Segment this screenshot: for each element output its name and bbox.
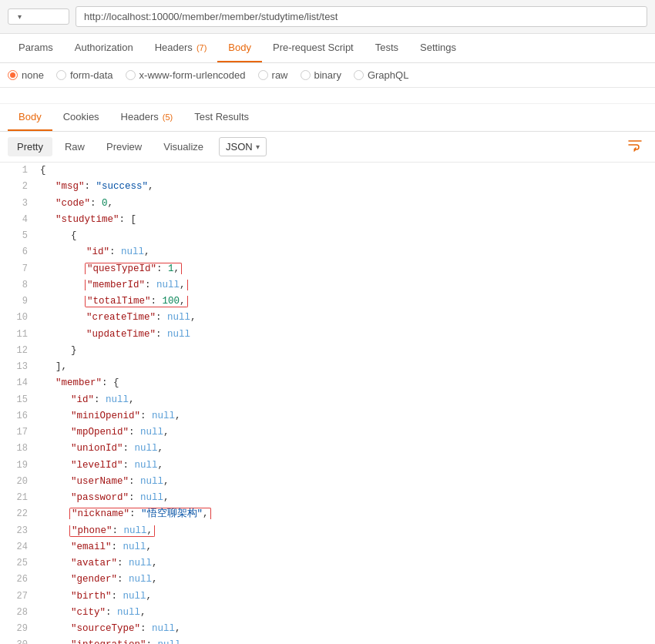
line-number: 10 xyxy=(5,310,28,325)
json-line: 20"userName": null, xyxy=(0,474,655,490)
json-line: 4"studytime": [ xyxy=(0,212,655,228)
radio-icon xyxy=(126,70,136,80)
json-line: 8"memberId": null, xyxy=(0,277,655,293)
line-number: 5 xyxy=(5,228,28,243)
line-number: 29 xyxy=(5,621,28,636)
line-number: 4 xyxy=(5,212,28,227)
body-option-none[interactable]: none xyxy=(8,69,44,81)
line-number: 21 xyxy=(5,490,28,505)
line-number: 1 xyxy=(5,163,28,178)
highlight-box: "nickname": "悟空聊架构", xyxy=(69,508,211,519)
response-tabs: BodyCookiesHeaders (5)Test Results xyxy=(0,104,655,132)
json-format-select[interactable]: JSON▾ xyxy=(219,137,267,156)
json-line: 28"city": null, xyxy=(0,605,655,621)
line-number: 22 xyxy=(5,506,28,522)
format-tab-pretty[interactable]: Pretty xyxy=(8,137,52,156)
json-line: 3"code": 0, xyxy=(0,196,655,212)
nav-tab-params[interactable]: Params xyxy=(8,34,64,62)
line-number: 18 xyxy=(5,441,28,456)
body-option-binary[interactable]: binary xyxy=(301,69,341,81)
line-number: 2 xyxy=(5,179,28,194)
nav-tab-tests[interactable]: Tests xyxy=(364,34,409,62)
json-line: 21"password": null, xyxy=(0,490,655,506)
json-line: 17"mpOpenid": null, xyxy=(0,424,655,441)
json-line: 29"sourceType": null, xyxy=(0,621,655,637)
chevron-down-icon: ▾ xyxy=(18,12,22,21)
highlight-box: "memberId": null, xyxy=(85,280,188,290)
json-line: 14"member": { xyxy=(0,375,655,391)
format-tab-preview[interactable]: Preview xyxy=(97,137,151,156)
json-viewer: 1{2"msg": "success",3"code": 0,4"studyti… xyxy=(0,163,655,644)
nav-tab-authorization[interactable]: Authorization xyxy=(64,34,144,62)
format-bar: PrettyRawPreviewVisualizeJSON▾ xyxy=(0,132,655,163)
json-format-label: JSON xyxy=(226,141,253,153)
json-line: 13], xyxy=(0,359,655,375)
line-number: 25 xyxy=(5,555,28,571)
top-bar: ▾ xyxy=(0,0,655,34)
line-number: 26 xyxy=(5,572,28,587)
json-line: 16"miniOpenid": null, xyxy=(0,408,655,424)
highlight-box: "totalTime": 100, xyxy=(85,296,188,307)
line-number: 9 xyxy=(5,293,28,309)
json-line: 2"msg": "success", xyxy=(0,179,655,195)
radio-icon xyxy=(56,70,66,80)
json-line: 1{ xyxy=(0,163,655,179)
line-number: 16 xyxy=(5,408,28,424)
radio-icon xyxy=(354,70,364,80)
line-number: 3 xyxy=(5,196,28,211)
body-option-x-www-form-urlencoded[interactable]: x-www-form-urlencoded xyxy=(126,69,246,81)
highlight-box: "phone": null, xyxy=(69,525,155,537)
json-line: 15"id": null, xyxy=(0,392,655,408)
json-line: 12} xyxy=(0,343,655,359)
nav-tab-prerequest[interactable]: Pre-request Script xyxy=(262,34,364,62)
format-tab-raw[interactable]: Raw xyxy=(55,137,94,156)
request-tabs: ParamsAuthorizationHeaders (7)BodyPre-re… xyxy=(0,34,655,63)
line-number: 15 xyxy=(5,392,28,408)
json-line: 26"gender": null, xyxy=(0,572,655,588)
chevron-down-icon: ▾ xyxy=(256,143,260,151)
response-tab-body[interactable]: Body xyxy=(8,104,52,131)
no-body-message xyxy=(0,88,655,104)
radio-icon xyxy=(301,70,311,80)
json-line: 19"levelId": null, xyxy=(0,458,655,474)
json-line: 23"phone": null, xyxy=(0,523,655,539)
format-tab-visualize[interactable]: Visualize xyxy=(154,137,213,156)
wrap-icon[interactable] xyxy=(623,136,647,157)
line-number: 28 xyxy=(5,605,28,620)
line-number: 24 xyxy=(5,539,28,555)
json-line: 27"birth": null, xyxy=(0,589,655,605)
line-number: 13 xyxy=(5,359,28,374)
line-number: 8 xyxy=(5,277,28,293)
nav-tab-settings[interactable]: Settings xyxy=(409,34,467,62)
line-number: 30 xyxy=(5,637,28,644)
line-number: 14 xyxy=(5,375,28,391)
json-line: 24"email": null, xyxy=(0,539,655,555)
line-number: 7 xyxy=(5,261,28,277)
nav-tab-headers[interactable]: Headers (7) xyxy=(144,34,218,62)
line-number: 17 xyxy=(5,424,28,440)
json-line: 5{ xyxy=(0,228,655,244)
body-options: noneform-datax-www-form-urlencodedrawbin… xyxy=(0,63,655,88)
json-line: 18"unionId": null, xyxy=(0,441,655,457)
highlight-box: "quesTypeId": 1, xyxy=(85,263,182,274)
body-option-raw[interactable]: raw xyxy=(258,69,288,81)
line-number: 23 xyxy=(5,523,28,538)
response-tab-headers[interactable]: Headers (5) xyxy=(110,104,184,131)
response-tab-test-results[interactable]: Test Results xyxy=(183,104,260,131)
nav-tab-body[interactable]: Body xyxy=(217,34,262,62)
json-line: 9"totalTime": 100, xyxy=(0,293,655,310)
line-number: 6 xyxy=(5,244,28,260)
json-line: 10"createTime": null, xyxy=(0,310,655,326)
json-line: 30"integration": null, xyxy=(0,637,655,644)
line-number: 27 xyxy=(5,589,28,604)
body-option-form-data[interactable]: form-data xyxy=(56,69,113,81)
url-input[interactable] xyxy=(76,6,647,27)
method-dropdown[interactable]: ▾ xyxy=(8,8,69,25)
body-option-graphql[interactable]: GraphQL xyxy=(354,69,408,81)
radio-selected-icon xyxy=(8,70,18,80)
line-number: 12 xyxy=(5,343,28,358)
line-number: 19 xyxy=(5,458,28,473)
json-line: 7"quesTypeId": 1, xyxy=(0,261,655,277)
json-line: 11"updateTime": null xyxy=(0,327,655,343)
response-tab-cookies[interactable]: Cookies xyxy=(52,104,110,131)
